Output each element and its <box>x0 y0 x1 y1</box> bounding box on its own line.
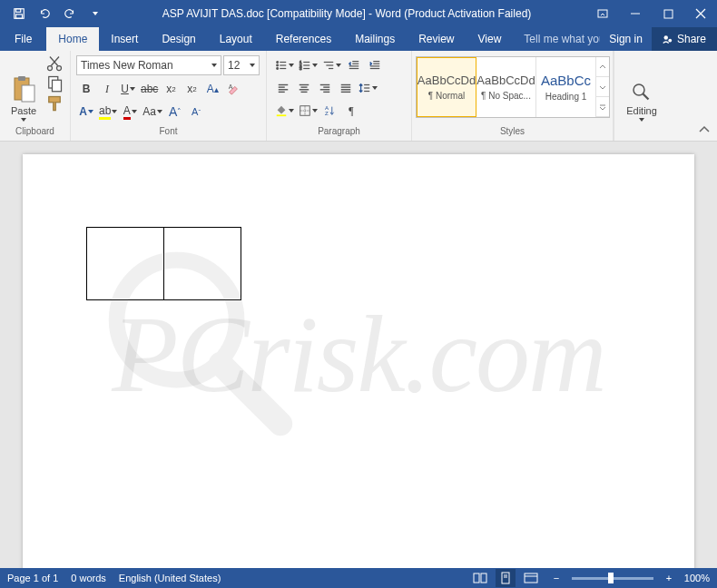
tab-design[interactable]: Design <box>150 27 207 51</box>
svg-rect-1 <box>16 9 21 13</box>
chevron-down-icon <box>639 118 644 122</box>
font-label: Font <box>74 126 262 141</box>
minimize-icon[interactable] <box>619 0 652 27</box>
multilevel-button[interactable] <box>320 55 343 75</box>
grow-font-icon[interactable]: A▴ <box>202 79 222 99</box>
sort-icon[interactable]: AZ <box>320 101 340 121</box>
italic-button[interactable]: I <box>97 79 117 99</box>
format-painter-icon[interactable] <box>45 94 64 113</box>
tell-me-box[interactable]: Tell me what you <box>513 27 600 51</box>
zoom-thumb[interactable] <box>608 573 614 583</box>
cut-icon[interactable] <box>45 54 64 73</box>
svg-line-71 <box>643 94 649 100</box>
ribbon-options-icon[interactable] <box>586 0 619 27</box>
qat-customize-icon[interactable] <box>83 2 107 25</box>
editing-label: Editing <box>626 105 657 116</box>
font-size-combo[interactable]: 12 <box>223 55 260 75</box>
show-hide-icon[interactable]: ¶ <box>341 101 361 121</box>
style-no-spacing[interactable]: AaBbCcDd ¶ No Spac... <box>476 57 536 117</box>
editing-button[interactable]: Editing <box>619 53 664 123</box>
style-gallery: AaBbCcDd ¶ Normal AaBbCcDd ¶ No Spac... … <box>416 56 610 118</box>
tab-references[interactable]: References <box>264 27 343 51</box>
undo-icon[interactable] <box>33 2 56 25</box>
justify-icon[interactable] <box>336 78 356 98</box>
zoom-slider[interactable] <box>572 577 653 580</box>
svg-rect-5 <box>664 10 673 18</box>
shading-button[interactable] <box>273 101 296 121</box>
svg-point-23 <box>277 64 279 66</box>
window-title: ASP AVIJIT DAS.doc [Compatibility Mode] … <box>107 7 586 20</box>
line-spacing-button[interactable] <box>357 78 379 98</box>
table-cell[interactable] <box>164 228 241 300</box>
shrink-font-icon[interactable]: A˄ <box>165 102 185 122</box>
paragraph-label: Paragraph <box>270 126 408 141</box>
svg-rect-18 <box>53 80 62 92</box>
subscript-button[interactable]: x2 <box>161 79 181 99</box>
document-table[interactable] <box>86 227 241 300</box>
font-name-combo[interactable]: Times New Roman <box>76 55 221 75</box>
language-status[interactable]: English (United States) <box>119 573 221 583</box>
chevron-down-icon <box>211 64 217 67</box>
paste-button[interactable]: Paste <box>4 53 44 123</box>
read-mode-icon[interactable] <box>470 569 490 587</box>
gallery-more-icon[interactable] <box>596 97 609 117</box>
chevron-down-icon <box>21 118 26 122</box>
zoom-percent[interactable]: 100% <box>684 573 710 583</box>
text-effects-button[interactable]: A <box>76 102 96 122</box>
style-normal[interactable]: AaBbCcDd ¶ Normal <box>417 57 476 117</box>
gallery-down-icon[interactable] <box>596 77 609 97</box>
decrease-indent-icon[interactable] <box>344 55 364 75</box>
table-cell[interactable] <box>87 228 164 300</box>
tab-view[interactable]: View <box>467 27 514 51</box>
close-icon[interactable] <box>684 0 717 27</box>
increase-indent-icon[interactable] <box>365 55 385 75</box>
align-center-icon[interactable] <box>294 78 314 98</box>
sign-in-link[interactable]: Sign in <box>600 27 652 51</box>
share-button[interactable]: Share <box>652 27 717 51</box>
collapse-ribbon-icon[interactable] <box>697 122 712 137</box>
zoom-out-icon[interactable]: − <box>546 569 566 587</box>
strikethrough-button[interactable]: abc <box>139 79 160 99</box>
page-number[interactable]: Page 1 of 1 <box>7 573 58 583</box>
tab-file[interactable]: File <box>0 27 46 51</box>
tab-insert[interactable]: Insert <box>99 27 150 51</box>
find-icon <box>631 82 653 103</box>
highlight-button[interactable]: ab <box>97 102 119 122</box>
numbering-button[interactable]: 123 <box>297 55 319 75</box>
bold-button[interactable]: B <box>76 79 96 99</box>
svg-rect-19 <box>49 97 61 103</box>
tab-home[interactable]: Home <box>46 27 99 51</box>
superscript-button[interactable]: x2 <box>182 79 201 99</box>
align-left-icon[interactable] <box>273 78 293 98</box>
gallery-up-icon[interactable] <box>596 57 609 77</box>
ribbon-tabs: File Home Insert Design Layout Reference… <box>0 27 717 51</box>
clear-format-icon[interactable]: A <box>223 79 243 99</box>
copy-icon[interactable] <box>45 74 64 93</box>
zoom-in-icon[interactable]: + <box>659 569 679 587</box>
svg-rect-13 <box>18 76 25 81</box>
tab-layout[interactable]: Layout <box>208 27 264 51</box>
svg-point-16 <box>57 66 62 71</box>
group-clipboard: Paste Clipboard <box>0 51 71 141</box>
group-paragraph: 123 AZ ¶ Paragraph <box>267 51 412 141</box>
save-icon[interactable] <box>7 2 31 25</box>
svg-point-25 <box>277 68 279 70</box>
font-color-button[interactable]: A <box>120 102 140 122</box>
borders-button[interactable] <box>297 101 319 121</box>
web-layout-icon[interactable] <box>521 569 541 587</box>
tab-review[interactable]: Review <box>407 27 466 51</box>
align-right-icon[interactable] <box>315 78 335 98</box>
change-case-button[interactable]: Aa <box>141 102 164 122</box>
tab-mailings[interactable]: Mailings <box>343 27 407 51</box>
word-count[interactable]: 0 words <box>71 573 106 583</box>
print-layout-icon[interactable] <box>496 569 516 587</box>
style-heading1[interactable]: AaBbCc Heading 1 <box>536 57 596 117</box>
shrink-font2-icon[interactable]: Aˇ <box>186 102 206 122</box>
bullets-button[interactable] <box>273 55 296 75</box>
svg-point-15 <box>48 66 53 71</box>
svg-text:A: A <box>229 83 233 90</box>
maximize-icon[interactable] <box>652 0 684 27</box>
underline-button[interactable]: U <box>118 79 138 99</box>
page[interactable] <box>23 154 694 568</box>
redo-icon[interactable] <box>58 2 82 25</box>
